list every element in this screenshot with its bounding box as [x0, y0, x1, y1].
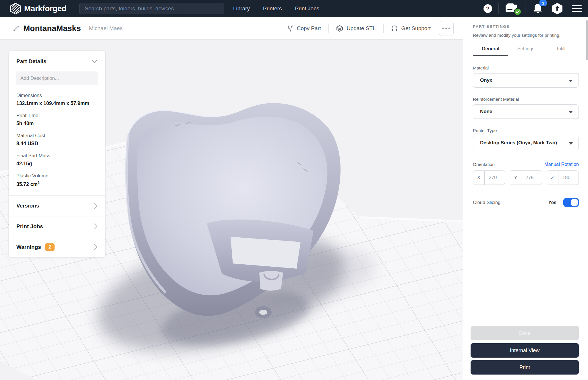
axis-x-label: X — [473, 171, 485, 185]
update-stl-label: Update STL — [347, 25, 376, 32]
axis-y-group: Y — [510, 170, 542, 185]
nav-printers[interactable]: Printers — [263, 5, 282, 12]
header-actions: Copy Part Update STL Get Support — [287, 17, 454, 40]
stat-print-time: Print Time 5h 40m — [16, 113, 98, 127]
save-button[interactable]: Save — [471, 326, 579, 340]
print-jobs-row[interactable]: Print Jobs — [9, 216, 105, 237]
axis-x-group: X — [473, 170, 505, 185]
part-details-title: Part Details — [16, 58, 47, 65]
stat-material-cost: Material Cost 8.44 USD — [16, 133, 98, 147]
orientation-inputs: X Y Z — [473, 170, 579, 185]
update-stl-button[interactable]: Update STL — [336, 25, 376, 32]
cloud-slicing-label: Cloud Slicing — [473, 200, 500, 205]
viewer-canvas[interactable]: Part Details Dimensions 132.1mm x 109.4m… — [0, 40, 463, 380]
active-tab-underline — [473, 55, 508, 56]
fork-icon — [287, 25, 293, 32]
mask-strap-clip — [259, 271, 283, 291]
reinforcement-select[interactable]: None — [473, 104, 579, 119]
tab-settings[interactable]: Settings — [508, 45, 543, 56]
chevron-down-icon[interactable] — [91, 59, 98, 63]
internal-view-button[interactable]: Internal View — [471, 343, 579, 358]
logo-wordmark: Markforged — [24, 4, 66, 13]
tab-infill[interactable]: Infill — [543, 45, 579, 56]
notification-count-badge: 3 — [539, 0, 547, 6]
nav-library[interactable]: Library — [233, 5, 250, 12]
volume-exponent: 3 — [38, 181, 40, 185]
tab-general[interactable]: General — [473, 45, 508, 56]
dropdown-caret-icon — [569, 80, 573, 82]
page-title: MontanaMasks — [23, 24, 81, 33]
action-separator — [383, 24, 384, 33]
settings-tabs: General Settings Infill — [473, 45, 579, 56]
part-settings-panel: PART SETTINGS Review and modify your set… — [463, 17, 588, 380]
upload-button[interactable] — [551, 2, 563, 15]
menu-button[interactable] — [572, 5, 582, 12]
action-separator — [328, 24, 329, 33]
search-input[interactable] — [79, 3, 224, 14]
get-support-button[interactable]: Get Support — [391, 25, 431, 32]
panel-heading: PART SETTINGS — [473, 24, 579, 29]
part-owner: Michael Maes — [89, 25, 123, 32]
printer-type-select[interactable]: Desktop Series (Onyx, Mark Two) — [473, 136, 579, 150]
dropdown-caret-icon — [569, 142, 573, 145]
upload-hexagon-icon — [551, 2, 563, 15]
part-stats: Dimensions 132.1mm x 109.4mm x 57.9mm Pr… — [9, 85, 105, 195]
warnings-count-badge: 2 — [45, 243, 55, 251]
cloud-slicing-toggle[interactable] — [563, 198, 579, 207]
description-input[interactable] — [16, 75, 98, 81]
printer-online-check-icon — [514, 8, 521, 15]
reinforcement-label: Reinforcement Material — [473, 97, 579, 102]
get-support-label: Get Support — [401, 25, 431, 32]
toggle-knob — [571, 199, 578, 206]
topbar-divider — [525, 3, 525, 14]
topbar-right: ? 3 — [483, 0, 584, 17]
stat-final-part-mass: Final Part Mass 42.15g — [16, 153, 98, 167]
notifications-button[interactable]: 3 — [533, 3, 543, 14]
print-button[interactable]: Print — [471, 360, 579, 375]
copy-part-button[interactable]: Copy Part — [287, 25, 321, 32]
dropdown-caret-icon — [569, 111, 573, 113]
chevron-right-icon — [94, 223, 98, 230]
versions-row[interactable]: Versions — [9, 195, 105, 216]
headset-icon — [391, 25, 398, 32]
material-select[interactable]: Onyx — [473, 73, 579, 88]
topbar: Markforged Library Printers Print Jobs ? — [0, 0, 588, 17]
chevron-right-icon — [94, 203, 98, 209]
stat-dimensions: Dimensions 132.1mm x 109.4mm x 57.9mm — [16, 93, 98, 106]
stl-box-icon — [336, 25, 343, 32]
page-header: MontanaMasks Michael Maes Copy Part Upda… — [0, 17, 463, 40]
material-label: Material — [473, 65, 579, 71]
panel-subheading: Review and modify your settings for prin… — [473, 33, 579, 38]
top-navigation: Library Printers Print Jobs — [233, 0, 319, 17]
axis-z-label: Z — [547, 171, 558, 185]
warnings-row[interactable]: Warnings 2 — [9, 237, 105, 257]
help-icon[interactable]: ? — [483, 4, 492, 13]
markforged-hex-icon — [10, 3, 21, 14]
orientation-label: Orientation — [473, 162, 495, 167]
printer-status-button[interactable] — [505, 3, 519, 14]
axis-y-label: Y — [510, 171, 521, 185]
topbar-divider — [498, 3, 499, 14]
part-details-card: Part Details Dimensions 132.1mm x 109.4m… — [9, 51, 105, 257]
stat-plastic-volume: Plastic Volume 35.72 cm3 — [16, 173, 98, 187]
axis-z-group: Z — [547, 170, 579, 185]
printer-type-label: Printer Type — [473, 128, 579, 133]
more-options-button[interactable] — [439, 21, 454, 36]
cloud-slicing-state: Yes — [548, 200, 556, 205]
mask-bottom-loop — [255, 306, 272, 318]
nav-print-jobs[interactable]: Print Jobs — [295, 5, 319, 12]
copy-part-label: Copy Part — [297, 25, 321, 32]
panel-scrollbar[interactable] — [586, 20, 588, 60]
panel-actions: Save Internal View Print — [471, 326, 579, 375]
global-search[interactable] — [79, 3, 224, 14]
markforged-logo[interactable]: Markforged — [10, 3, 66, 14]
manual-rotation-link[interactable]: Manual Rotation — [544, 162, 579, 167]
chevron-right-icon — [94, 244, 98, 250]
edit-pencil-icon[interactable] — [13, 25, 19, 32]
description-field-wrap — [16, 71, 98, 85]
axis-x-input[interactable] — [485, 171, 505, 185]
axis-y-input[interactable] — [521, 171, 541, 185]
mask-port-hole — [231, 237, 301, 269]
axis-z-input[interactable] — [558, 171, 579, 185]
